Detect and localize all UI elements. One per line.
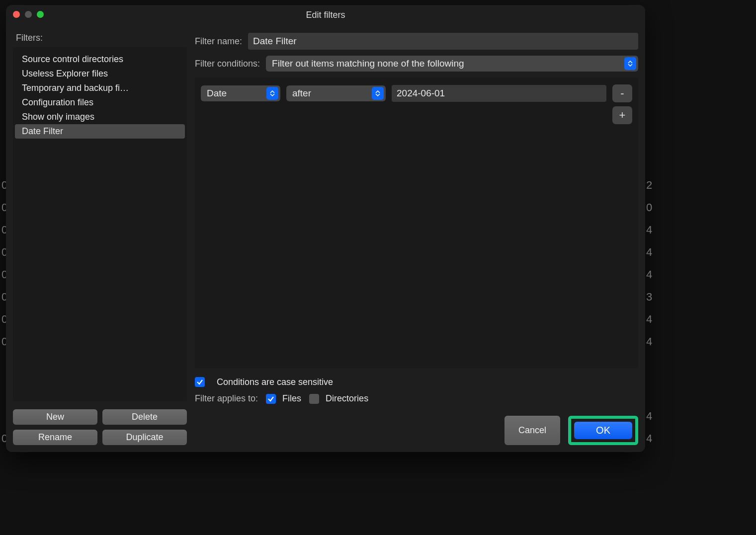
sidebar: Filters: Source control directories Usel… [13, 33, 187, 445]
case-sensitive-label: Conditions are case sensitive [217, 377, 333, 387]
chevron-updown-icon [372, 87, 384, 100]
maximize-icon[interactable] [37, 11, 44, 18]
applies-to-label: Filter applies to: [195, 393, 258, 404]
filter-item-config-files[interactable]: Configuration files [15, 95, 185, 110]
applies-dirs-checkbox[interactable] [309, 394, 319, 404]
filter-item-source-control[interactable]: Source control directories [15, 52, 185, 67]
filter-list[interactable]: Source control directories Useless Explo… [13, 47, 187, 401]
remove-condition-button[interactable]: - [612, 84, 632, 102]
conditions-mode-dropdown[interactable]: Filter out items matching none of the fo… [266, 56, 638, 72]
condition-value-input[interactable] [392, 85, 606, 102]
condition-row: Date after - [201, 84, 632, 102]
new-button[interactable]: New [13, 409, 97, 425]
titlebar: Edit filters [6, 5, 645, 25]
duplicate-button[interactable]: Duplicate [102, 430, 187, 445]
applies-files-label: Files [282, 393, 301, 403]
add-condition-button[interactable]: + [612, 106, 632, 124]
ok-highlight: OK [568, 416, 638, 445]
filter-item-images-only[interactable]: Show only images [15, 110, 185, 124]
close-icon[interactable] [13, 11, 20, 18]
cancel-button[interactable]: Cancel [504, 416, 560, 445]
filter-name-label: Filter name: [195, 36, 242, 47]
filter-item-temp-backup[interactable]: Temporary and backup fi… [15, 81, 185, 95]
filter-conditions-label: Filter conditions: [195, 59, 260, 69]
rename-button[interactable]: Rename [13, 430, 97, 445]
minimize-icon[interactable] [25, 11, 32, 18]
footer: Cancel OK [195, 410, 638, 445]
case-sensitive-checkbox[interactable] [195, 377, 205, 387]
filter-item-date-filter[interactable]: Date Filter [15, 124, 185, 139]
conditions-mode-value: Filter out items matching none of the fo… [272, 58, 464, 69]
window-controls [13, 11, 44, 18]
filter-item-explorer-files[interactable]: Useless Explorer files [15, 67, 185, 81]
filter-name-input[interactable] [248, 33, 638, 50]
condition-op-value: after [292, 88, 311, 99]
chevron-updown-icon [266, 87, 278, 100]
filter-details: Filter name: Filter conditions: Filter o… [195, 33, 638, 445]
conditions-area: Date after - [195, 77, 638, 368]
edit-filters-dialog: Edit filters Filters: Source control dir… [6, 5, 645, 452]
applies-files-checkbox[interactable] [266, 394, 276, 404]
condition-field-dropdown[interactable]: Date [201, 85, 280, 101]
condition-op-dropdown[interactable]: after [286, 85, 386, 101]
delete-button[interactable]: Delete [102, 409, 187, 425]
window-title: Edit filters [306, 10, 345, 20]
chevron-updown-icon [624, 57, 636, 70]
condition-field-value: Date [207, 88, 227, 99]
ok-button[interactable]: OK [574, 422, 632, 439]
applies-dirs-label: Directories [326, 393, 368, 403]
options: Conditions are case sensitive Filter app… [195, 374, 638, 404]
filters-label: Filters: [13, 33, 187, 43]
